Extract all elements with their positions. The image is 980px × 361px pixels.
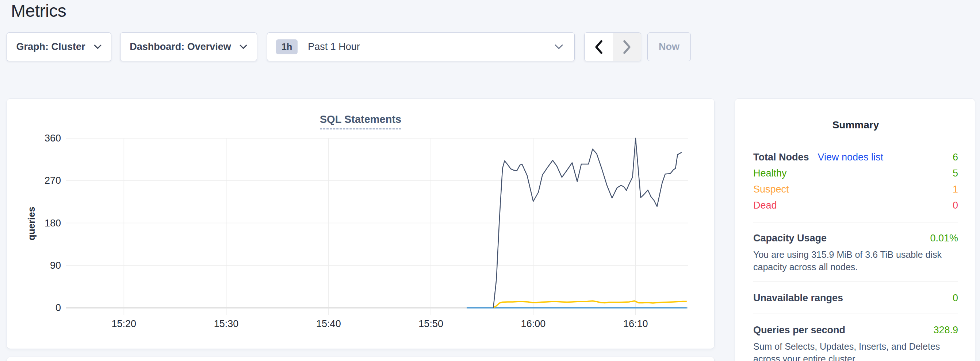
unavailable-ranges-label: Unavailable ranges — [753, 291, 843, 305]
svg-text:15:20: 15:20 — [112, 318, 137, 329]
chevron-right-icon — [622, 40, 632, 55]
chart-title: SQL Statements — [7, 113, 714, 125]
graph-dropdown-label: Graph: Cluster — [16, 41, 85, 52]
divider — [753, 222, 958, 222]
svg-text:0: 0 — [56, 302, 61, 313]
svg-text:90: 90 — [50, 260, 61, 271]
time-nav-buttons — [584, 32, 641, 61]
dead-value: 0 — [953, 197, 958, 213]
svg-text:180: 180 — [45, 218, 61, 229]
toolbar: Graph: Cluster Dashboard: Overview 1h Pa… — [6, 32, 691, 61]
svg-text:16:10: 16:10 — [623, 318, 648, 329]
svg-text:15:40: 15:40 — [316, 318, 341, 329]
capacity-usage-row: Capacity Usage 0.01% — [753, 231, 958, 245]
svg-text:360: 360 — [45, 133, 61, 144]
capacity-usage-description: You are using 315.9 MiB of 3.6 TiB usabl… — [753, 248, 958, 273]
view-nodes-list-link[interactable]: View nodes list — [818, 149, 884, 165]
series-low-rate — [493, 301, 687, 308]
time-window-picker[interactable]: 1h Past 1 Hour — [267, 32, 575, 61]
healthy-value: 5 — [953, 165, 958, 181]
next-chart-card — [6, 356, 714, 361]
page-title: Metrics — [11, 1, 66, 21]
suspect-value: 1 — [953, 181, 958, 197]
sql-statements-card: SQL Statements queries 09018027036015:20… — [6, 98, 714, 349]
total-nodes-value: 6 — [953, 149, 958, 165]
chevron-down-icon — [239, 44, 248, 50]
svg-text:270: 270 — [45, 175, 61, 186]
chart-title-text[interactable]: SQL Statements — [320, 113, 401, 130]
suspect-nodes-row: Suspect 1 — [753, 181, 958, 197]
y-axis-label: queries — [26, 194, 37, 253]
time-back-button[interactable] — [585, 33, 612, 61]
svg-text:15:50: 15:50 — [418, 318, 443, 329]
queries-per-second-value: 328.9 — [933, 323, 958, 337]
total-nodes-row: Total Nodes View nodes list 6 — [753, 149, 958, 165]
divider — [753, 282, 958, 282]
chevron-down-icon — [94, 44, 102, 50]
queries-per-second-label: Queries per second — [753, 323, 845, 337]
summary-heading: Summary — [753, 119, 958, 131]
queries-per-second-row: Queries per second 328.9 — [753, 323, 958, 337]
dead-nodes-row: Dead 0 — [753, 197, 958, 213]
unavailable-ranges-row: Unavailable ranges 0 — [753, 291, 958, 305]
total-nodes-label: Total Nodes — [753, 149, 809, 165]
unavailable-ranges-value: 0 — [953, 291, 958, 305]
healthy-nodes-row: Healthy 5 — [753, 165, 958, 181]
chevron-left-icon — [594, 40, 603, 55]
queries-per-second-description: Sum of Selects, Updates, Inserts, and De… — [753, 340, 958, 361]
chevron-down-icon — [554, 44, 563, 50]
time-window-badge: 1h — [276, 40, 298, 54]
svg-text:15:30: 15:30 — [214, 318, 239, 329]
capacity-usage-label: Capacity Usage — [753, 231, 827, 245]
capacity-usage-value: 0.01% — [930, 231, 958, 245]
divider — [753, 314, 958, 314]
graph-dropdown[interactable]: Graph: Cluster — [6, 32, 111, 61]
healthy-label: Healthy — [753, 165, 787, 181]
time-window-label: Past 1 Hour — [308, 41, 554, 52]
sql-statements-chart[interactable]: 09018027036015:2015:3015:4015:5016:0016:… — [7, 99, 714, 348]
dashboard-dropdown[interactable]: Dashboard: Overview — [120, 32, 257, 61]
suspect-label: Suspect — [753, 181, 789, 197]
summary-panel: Summary Total Nodes View nodes list 6 He… — [735, 98, 975, 361]
dead-label: Dead — [753, 197, 777, 213]
svg-text:16:00: 16:00 — [521, 318, 546, 329]
now-button[interactable]: Now — [648, 32, 691, 61]
dashboard-dropdown-label: Dashboard: Overview — [130, 41, 231, 52]
time-forward-button[interactable] — [612, 33, 641, 61]
